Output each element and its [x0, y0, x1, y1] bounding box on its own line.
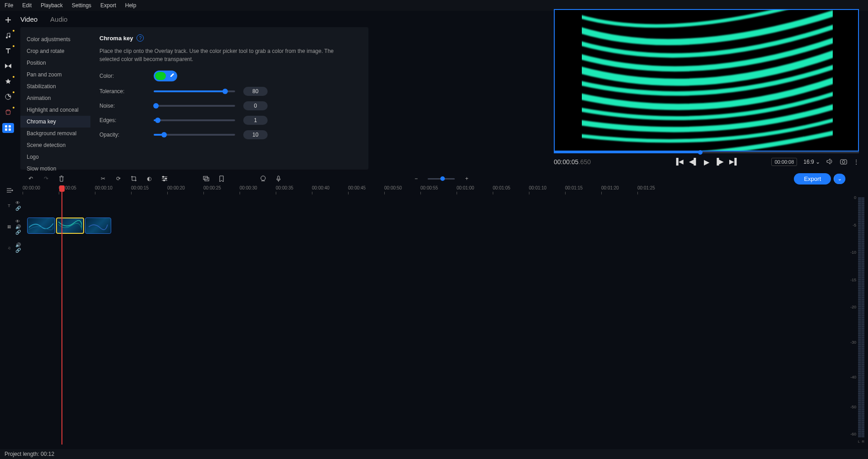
menu-settings[interactable]: Settings: [72, 2, 91, 9]
rotate-icon[interactable]: ⟳: [115, 175, 122, 182]
eye-icon[interactable]: 👁: [15, 219, 21, 224]
menu-file[interactable]: File: [5, 2, 13, 9]
help-icon[interactable]: ?: [137, 34, 144, 42]
zoom-in-icon[interactable]: +: [463, 175, 470, 182]
effect-position[interactable]: Position: [20, 57, 90, 69]
slider-1[interactable]: [154, 105, 235, 107]
slider-value-1[interactable]: 0: [243, 101, 268, 110]
slider-thumb-1[interactable]: [153, 103, 159, 109]
next-clip-icon[interactable]: ▶▌: [729, 158, 739, 166]
crop-icon[interactable]: [130, 175, 137, 182]
eye-icon[interactable]: 👁: [15, 200, 21, 205]
zoom-thumb[interactable]: [440, 176, 445, 181]
effect-background-removal[interactable]: Background removal: [20, 128, 90, 139]
add-track-icon[interactable]: [6, 187, 14, 195]
stickers-icon[interactable]: [4, 92, 13, 101]
timeline-ruler[interactable]: 00:00:0000:00:0500:00:1000:00:1500:00:20…: [23, 185, 841, 194]
effect-scene-detection[interactable]: Scene detection: [20, 139, 90, 151]
tab-video[interactable]: Video: [20, 15, 38, 23]
effect-logo[interactable]: Logo: [20, 151, 90, 163]
preview-duration[interactable]: 00:00:08: [771, 158, 797, 166]
menu-export[interactable]: Export: [100, 2, 116, 9]
step-back-icon[interactable]: ◀▌: [689, 158, 698, 166]
track-head-audio[interactable]: ♫: [0, 246, 15, 250]
mic-icon[interactable]: [275, 175, 282, 182]
mute-icon[interactable]: 🔊: [15, 242, 21, 247]
step-forward-icon[interactable]: ▐▶: [715, 158, 724, 166]
zoom-slider[interactable]: [428, 178, 455, 180]
effect-highlight-conceal[interactable]: Highlight and conceal: [20, 104, 90, 116]
link-icon[interactable]: 🔗: [15, 248, 21, 253]
undo-icon[interactable]: ↶: [27, 175, 34, 182]
prev-clip-icon[interactable]: ▐◀: [674, 158, 684, 166]
preview-frame[interactable]: [554, 9, 859, 151]
delete-icon[interactable]: [58, 175, 65, 182]
effect-crop-rotate[interactable]: Crop and rotate: [20, 45, 90, 57]
slider-thumb-3[interactable]: [161, 132, 167, 137]
effect-animation[interactable]: Animation: [20, 92, 90, 104]
link-icon[interactable]: 🔗: [15, 206, 21, 211]
clip-2[interactable]: [56, 218, 84, 234]
slider-0[interactable]: [154, 90, 235, 92]
preview-progress[interactable]: [554, 151, 859, 153]
meter-label: -30: [845, 340, 856, 345]
aspect-ratio[interactable]: 16:9 ⌄: [803, 159, 820, 165]
slider-thumb-2[interactable]: [155, 118, 160, 123]
menu-help[interactable]: Help: [125, 2, 137, 9]
redo-icon[interactable]: ↷: [42, 175, 50, 182]
marker-icon[interactable]: [218, 175, 225, 182]
tab-audio[interactable]: Audio: [50, 15, 67, 23]
slider-3[interactable]: [154, 134, 235, 136]
track-head-video[interactable]: ▦: [0, 224, 15, 229]
play-icon[interactable]: ▶: [704, 158, 709, 166]
menu-playback[interactable]: Playback: [41, 2, 63, 9]
track-lane-audio[interactable]: [27, 237, 841, 258]
add-icon[interactable]: [4, 15, 13, 24]
text-icon[interactable]: [4, 46, 13, 55]
track-lane-text[interactable]: [27, 195, 841, 216]
meter-label: -60: [845, 432, 856, 436]
color-picker[interactable]: [154, 71, 177, 81]
shopping-icon[interactable]: [4, 108, 13, 117]
playhead[interactable]: [61, 185, 62, 445]
effect-color-adjustments[interactable]: Color adjustments: [20, 33, 90, 45]
color-icon[interactable]: ◐: [146, 175, 153, 182]
detail-description: Place the clip onto the Overlay track. U…: [99, 47, 353, 63]
overlay-icon[interactable]: [203, 175, 210, 182]
slider-value-0[interactable]: 80: [243, 87, 268, 96]
mute-icon[interactable]: 🔊: [15, 224, 21, 229]
snapshot-icon[interactable]: [840, 158, 847, 166]
progress-thumb[interactable]: [698, 150, 703, 155]
adjust-icon[interactable]: [161, 175, 168, 182]
webcam-icon[interactable]: [259, 175, 267, 182]
effects-icon[interactable]: [4, 77, 13, 86]
zoom-out-icon[interactable]: −: [412, 175, 420, 182]
slider-value-2[interactable]: 1: [243, 116, 268, 125]
export-button[interactable]: Export: [794, 173, 831, 185]
clip-1[interactable]: [27, 218, 55, 234]
ruler-tick: 00:00:45: [348, 185, 384, 194]
track-head-text[interactable]: T: [0, 203, 15, 208]
adjustments-icon[interactable]: [2, 123, 14, 133]
slider-2[interactable]: [154, 119, 235, 121]
transition-icon[interactable]: [4, 62, 13, 71]
cut-icon[interactable]: ✂: [99, 175, 107, 182]
music-icon[interactable]: [4, 31, 13, 40]
menu-edit[interactable]: Edit: [22, 2, 32, 9]
export-dropdown[interactable]: ⌄: [834, 174, 845, 184]
volume-icon[interactable]: [826, 158, 834, 166]
slider-value-3[interactable]: 10: [243, 130, 268, 139]
effect-stabilization[interactable]: Stabilization: [20, 80, 90, 92]
more-icon[interactable]: ⋮: [854, 159, 859, 165]
effect-chroma-key[interactable]: Chroma key: [20, 116, 90, 128]
clip-3[interactable]: [85, 218, 111, 234]
eyedropper-icon[interactable]: [168, 73, 176, 80]
link-icon[interactable]: 🔗: [15, 230, 21, 235]
ruler-tick: 00:00:20: [167, 185, 203, 194]
effect-pan-zoom[interactable]: Pan and zoom: [20, 69, 90, 80]
slider-thumb-0[interactable]: [222, 89, 228, 94]
track-lane-video[interactable]: [27, 216, 841, 237]
ruler-tick: 00:00:40: [312, 185, 348, 194]
meter-label: -20: [845, 305, 856, 309]
meter-label: -15: [845, 278, 856, 282]
